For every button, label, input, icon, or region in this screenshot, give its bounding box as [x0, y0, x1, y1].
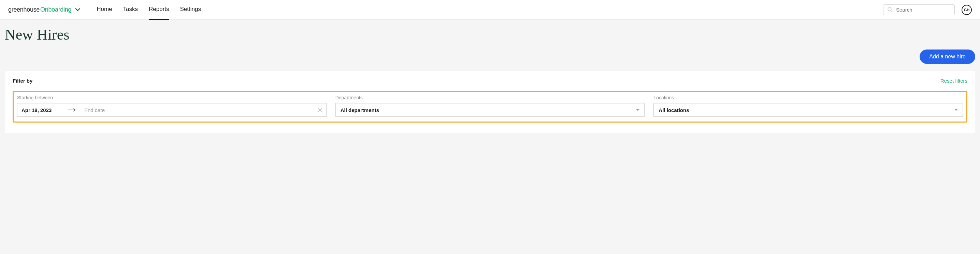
reset-filters-link[interactable]: Reset filters [940, 78, 967, 84]
avatar-initials: GH [964, 8, 970, 12]
page-title: New Hires [5, 26, 975, 43]
filter-starting-between: Starting between Apr 18, 2023 End date [17, 95, 326, 117]
logo-greenhouse-text: greenhouse [8, 6, 40, 13]
nav-items: Home Tasks Reports Settings [97, 0, 883, 20]
departments-value: All departments [340, 107, 379, 113]
filter-panel: Filter by Reset filters Starting between… [5, 71, 975, 133]
starting-between-label: Starting between [17, 95, 326, 101]
departments-label: Departments [336, 95, 645, 101]
page-header: New Hires [0, 20, 980, 50]
locations-select[interactable]: All locations [654, 103, 963, 117]
end-date-placeholder[interactable]: End date [84, 107, 318, 113]
chevron-down-icon[interactable] [75, 8, 80, 11]
arrow-right-icon [67, 108, 76, 112]
logo-onboarding-text: Onboarding [40, 6, 71, 13]
search-box[interactable] [883, 5, 955, 15]
departments-select[interactable]: All departments [336, 103, 645, 117]
avatar[interactable]: GH [962, 5, 972, 15]
locations-value: All locations [659, 107, 689, 113]
filter-locations: Locations All locations [654, 95, 963, 117]
add-new-hire-button[interactable]: Add a new hire [920, 50, 975, 64]
svg-line-1 [891, 11, 892, 12]
nav-home[interactable]: Home [97, 0, 112, 20]
search-icon [888, 7, 892, 12]
nav-reports[interactable]: Reports [149, 0, 169, 20]
start-date-value: Apr 18, 2023 [22, 107, 59, 113]
nav-tasks[interactable]: Tasks [123, 0, 138, 20]
action-row: Add a new hire [0, 50, 980, 71]
search-input[interactable] [896, 7, 950, 13]
locations-label: Locations [654, 95, 963, 101]
filter-row-highlighted: Starting between Apr 18, 2023 End date [13, 91, 967, 123]
logo[interactable]: greenhouse Onboarding [8, 6, 80, 13]
filter-departments: Departments All departments [336, 95, 645, 117]
filter-header: Filter by Reset filters [13, 78, 967, 84]
caret-down-icon [636, 109, 640, 111]
close-icon[interactable] [318, 108, 322, 112]
top-nav: greenhouse Onboarding Home Tasks Reports… [0, 0, 980, 20]
date-range-input[interactable]: Apr 18, 2023 End date [17, 103, 326, 117]
filter-by-label: Filter by [13, 78, 32, 84]
nav-settings[interactable]: Settings [180, 0, 201, 20]
caret-down-icon [955, 109, 958, 111]
